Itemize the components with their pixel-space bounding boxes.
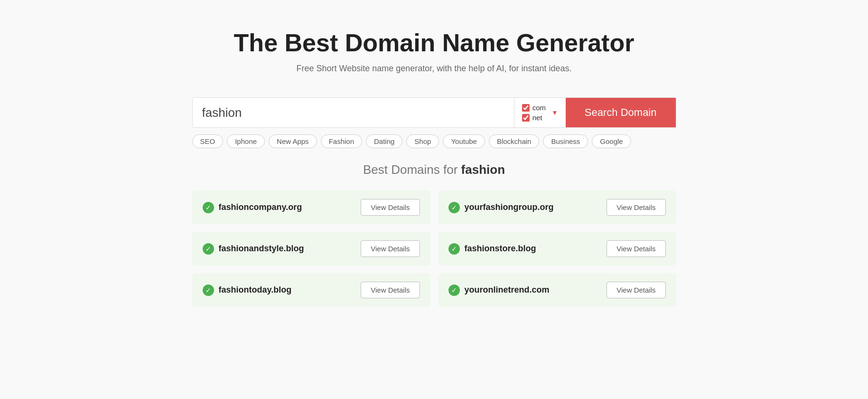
view-details-button[interactable]: View Details <box>607 240 665 257</box>
tag-item[interactable]: Business <box>543 134 588 148</box>
domain-card: ✓ youronlinetrend.com View Details <box>438 273 676 307</box>
domain-card: ✓ yourfashiongroup.org View Details <box>438 190 676 224</box>
available-icon: ✓ <box>203 202 214 213</box>
view-details-button[interactable]: View Details <box>607 199 665 216</box>
tag-item[interactable]: Shop <box>406 134 439 148</box>
domain-grid: ✓ fashioncompany.org View Details ✓ your… <box>192 190 676 307</box>
available-icon: ✓ <box>448 243 460 255</box>
domain-card: ✓ fashionandstyle.blog View Details <box>192 232 430 266</box>
domain-card: ✓ fashioncompany.org View Details <box>192 190 430 224</box>
view-details-button[interactable]: View Details <box>361 240 420 257</box>
tld-options: com net ▼ <box>514 98 566 127</box>
tld-net-row[interactable]: net <box>522 114 546 122</box>
tag-item[interactable]: Fashion <box>321 134 362 148</box>
domain-name-wrap: ✓ youronlinetrend.com <box>448 285 550 296</box>
available-icon: ✓ <box>203 285 214 296</box>
tag-item[interactable]: Iphone <box>227 134 265 148</box>
view-details-button[interactable]: View Details <box>361 199 420 216</box>
tld-net-checkbox[interactable] <box>522 114 530 122</box>
domain-name-wrap: ✓ fashionstore.blog <box>448 243 536 255</box>
tld-com-label: com <box>532 104 546 112</box>
domain-card: ✓ fashionstore.blog View Details <box>438 232 676 266</box>
results-section: Best Domains for fashion ✓ fashioncompan… <box>192 162 676 307</box>
domain-name: fashiontoday.blog <box>219 285 292 295</box>
results-keyword: fashion <box>461 162 505 177</box>
search-button[interactable]: Search Domain <box>566 98 676 127</box>
domain-name-wrap: ✓ fashioncompany.org <box>203 202 302 213</box>
tag-item[interactable]: Dating <box>366 134 402 148</box>
tag-item[interactable]: Youtube <box>443 134 485 148</box>
domain-name: fashionstore.blog <box>465 244 536 254</box>
results-title: Best Domains for fashion <box>192 162 676 177</box>
domain-name-wrap: ✓ yourfashiongroup.org <box>448 202 554 213</box>
search-section: com net ▼ Search Domain SEOIphoneNew App… <box>192 97 676 148</box>
page-title: The Best Domain Name Generator <box>192 28 676 57</box>
search-input[interactable] <box>193 98 514 127</box>
tld-com-row[interactable]: com <box>522 104 546 112</box>
tld-net-label: net <box>532 114 542 122</box>
domain-name: fashionandstyle.blog <box>219 244 304 254</box>
available-icon: ✓ <box>448 285 460 296</box>
tag-item[interactable]: SEO <box>192 134 224 148</box>
tag-item[interactable]: New Apps <box>269 134 317 148</box>
domain-name: youronlinetrend.com <box>465 285 550 295</box>
domain-name-wrap: ✓ fashiontoday.blog <box>203 285 292 296</box>
tag-item[interactable]: Blockchain <box>489 134 540 148</box>
available-icon: ✓ <box>203 243 214 255</box>
search-bar: com net ▼ Search Domain <box>192 97 676 128</box>
available-icon: ✓ <box>448 202 460 213</box>
tld-com-checkbox[interactable] <box>522 104 530 112</box>
page-subtitle: Free Short Website name generator, with … <box>192 64 676 74</box>
domain-card: ✓ fashiontoday.blog View Details <box>192 273 430 307</box>
tld-dropdown-arrow[interactable]: ▼ <box>551 109 558 116</box>
page-header: The Best Domain Name Generator Free Shor… <box>192 28 676 74</box>
tag-item[interactable]: Google <box>592 134 631 148</box>
domain-name: fashioncompany.org <box>219 202 302 212</box>
view-details-button[interactable]: View Details <box>361 282 420 298</box>
domain-name-wrap: ✓ fashionandstyle.blog <box>203 243 304 255</box>
results-title-prefix: Best Domains for <box>363 162 461 177</box>
view-details-button[interactable]: View Details <box>607 282 665 298</box>
tld-checkboxes: com net <box>522 104 546 122</box>
tag-list: SEOIphoneNew AppsFashionDatingShopYoutub… <box>192 134 676 148</box>
domain-name: yourfashiongroup.org <box>465 202 554 212</box>
